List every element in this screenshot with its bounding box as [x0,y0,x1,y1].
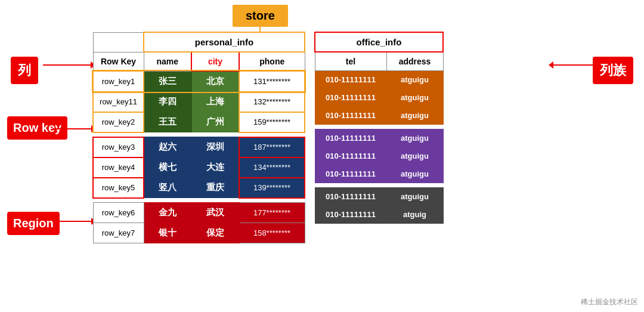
tel-cell: 010-11111111 [315,107,386,125]
lie-label: 列 [11,57,38,84]
row-key-cell: row_key7 [93,223,144,243]
phone-cell: 158******** [239,223,305,243]
row-key-cell: row_key3 [93,137,144,157]
main-container: 列 列族 Row key Region store [0,0,644,312]
address-cell: atguigu [386,107,443,125]
personal-info-section: personal_info Row Key name city phone ro… [92,32,305,243]
city-cell: 深圳 [191,137,239,157]
city-cell: 北京 [191,71,239,92]
city-cell: 大连 [191,157,239,178]
phone-cell: 177******** [239,203,305,223]
address-cell: atguigu [386,71,443,89]
table-row: 010-11111111 atguig [315,206,443,224]
region-arrow [52,221,91,222]
address-cell: atguigu [386,188,443,206]
row-key-cell: row_key4 [93,157,144,178]
name-cell: 竖八 [144,178,191,198]
table-row: row_key11 李四 上海 132******** [93,92,305,112]
table-row: row_key7 银十 保定 158******** [93,223,305,243]
table-row: 010-11111111 atguigu [315,107,443,125]
table-row: row_key3 赵六 深圳 187******** [93,137,305,157]
tel-cell: 010-11111111 [315,71,386,89]
name-cell: 金九 [144,203,191,223]
liezu-arrow [553,64,601,66]
name-cell: 王五 [144,112,191,132]
watermark: 稀土掘金技术社区 [581,297,638,307]
tel-cell: 010-11111111 [315,206,386,224]
rowkey-header-blank [93,32,144,52]
row-key-cell: row_key1 [93,71,144,92]
address-cell: atguigu [386,147,443,165]
row-key-cell: row_key11 [93,92,144,112]
phone-cell: 139******** [239,178,305,198]
table-row: row_key2 王五 广州 159******** [93,112,305,132]
phone-cell: 134******** [239,157,305,178]
tel-cell: 010-11111111 [315,165,386,183]
tel-cell: 010-11111111 [315,147,386,165]
city-cell: 上海 [191,92,239,112]
rowkey-arrow [52,128,91,129]
office-info-section: office_info tel address 010-11111111 atg… [314,32,444,243]
address-cell: atguig [386,206,443,224]
col-header-city: city [191,52,239,71]
name-cell: 张三 [144,71,191,92]
name-cell: 李四 [144,92,191,112]
city-cell: 武汉 [191,203,239,223]
phone-cell: 132******** [239,92,305,112]
table-row: 010-11111111 atguigu [315,89,443,107]
table-row: 010-11111111 atguigu [315,71,443,89]
table-row: row_key4 横七 大连 134******** [93,157,305,178]
table-row: 010-11111111 atguigu [315,165,443,183]
city-cell: 保定 [191,223,239,243]
tel-cell: 010-11111111 [315,129,386,147]
name-cell: 赵六 [144,137,191,157]
phone-cell: 131******** [239,71,305,92]
phone-cell: 187******** [239,137,305,157]
name-cell: 银十 [144,223,191,243]
store-connector [259,21,261,32]
address-cell: atguigu [386,129,443,147]
table-row: 010-11111111 atguigu [315,188,443,206]
table-row: row_key6 金九 武汉 177******** [93,203,305,223]
spacer-row [315,183,443,188]
col-header-tel: tel [315,52,386,71]
col-header-rowkey: Row Key [93,52,144,71]
col-header-name: name [144,52,191,71]
address-cell: atguigu [386,89,443,107]
row-key-cell: row_key6 [93,203,144,223]
name-cell: 横七 [144,157,191,178]
office-info-header: office_info [315,32,443,52]
spacer-row [93,198,305,203]
region-label: Region [7,212,60,235]
col-header-phone: phone [239,52,305,71]
personal-info-header: personal_info [144,32,305,52]
city-cell: 重庆 [191,178,239,198]
tables-container: personal_info Row Key name city phone ro… [92,32,444,243]
table-row: row_key5 竖八 重庆 139******** [93,178,305,198]
spacer-row [315,125,443,129]
row-key-cell: row_key2 [93,112,144,132]
table-row: row_key1 张三 北京 131******** [93,71,305,92]
liezu-label: 列族 [593,57,633,84]
row-key-cell: row_key5 [93,178,144,198]
tel-cell: 010-11111111 [315,188,386,206]
spacer-row [93,132,305,137]
col-header-address: address [386,52,443,71]
tel-cell: 010-11111111 [315,89,386,107]
address-cell: atguigu [386,165,443,183]
city-cell: 广州 [191,112,239,132]
phone-cell: 159******** [239,112,305,132]
table-row: 010-11111111 atguigu [315,147,443,165]
lie-arrow [43,64,91,66]
table-row: 010-11111111 atguigu [315,129,443,147]
